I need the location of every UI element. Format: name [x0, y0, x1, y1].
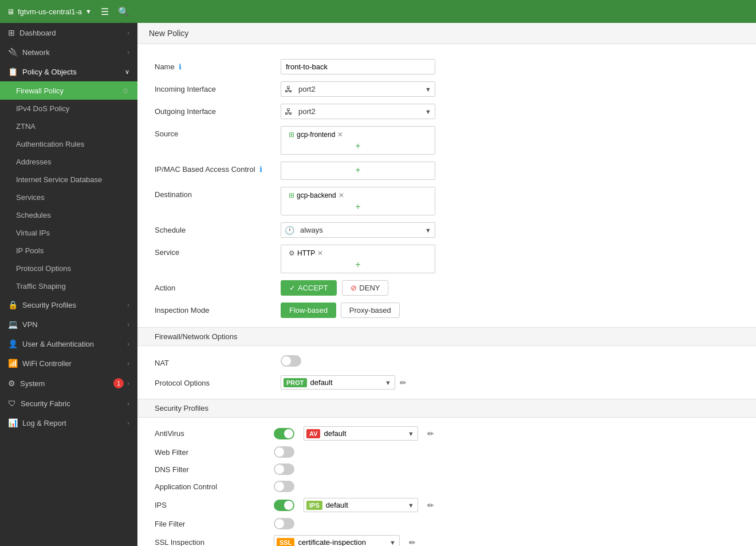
- sidebar-label-auth-rules: Authentication Rules: [16, 140, 84, 148]
- flow-based-label: Flow-based: [289, 306, 328, 315]
- sidebar-item-vpn[interactable]: 💻 VPN ›: [0, 315, 137, 334]
- chevron-right-icon: ›: [127, 380, 129, 387]
- remove-source-icon[interactable]: ✕: [337, 131, 343, 139]
- app-control-toggle[interactable]: [274, 481, 294, 492]
- schedule-select[interactable]: 🕐 always ▼: [281, 222, 435, 238]
- sidebar-sub-ztna[interactable]: ZTNA: [0, 117, 137, 135]
- service-container: ⚙ HTTP ✕ +: [281, 245, 435, 273]
- file-filter-toggle[interactable]: [274, 518, 294, 529]
- antivirus-row: AntiVirus AV default ▼ ✏: [155, 423, 739, 443]
- sidebar-label-wifi: WiFi Controller: [22, 359, 72, 368]
- destination-tag: ⊞ gcp-backend ✕: [285, 190, 348, 201]
- topbar: 🖥 fgtvm-us-central1-a ▼ ☰ 🔍: [0, 0, 756, 23]
- sidebar-sub-schedules[interactable]: Schedules: [0, 206, 137, 224]
- proxy-based-button[interactable]: Proxy-based: [341, 303, 400, 318]
- add-destination-button[interactable]: +: [285, 201, 431, 213]
- sidebar-label-user-auth: User & Authentication: [22, 340, 94, 348]
- antivirus-toggle[interactable]: [274, 428, 294, 439]
- service-icon: ⚙: [289, 249, 295, 257]
- sidebar-item-system[interactable]: ⚙ System 1 ›: [0, 373, 137, 394]
- service-label: Service: [155, 245, 281, 257]
- sidebar-sub-traffic-shaping[interactable]: Traffic Shaping: [0, 277, 137, 295]
- protocol-options-select[interactable]: PROT default ▼: [281, 375, 395, 390]
- info-icon[interactable]: ℹ: [179, 62, 182, 71]
- name-label: Name ℹ: [155, 59, 281, 71]
- destination-field: ⊞ gcp-backend ✕ +: [281, 187, 739, 215]
- antivirus-toggle-knob: [284, 429, 293, 438]
- inspection-mode-row: Inspection Mode Flow-based Proxy-based: [155, 299, 739, 321]
- sidebar-label-security-profiles: Security Profiles: [22, 301, 76, 309]
- incoming-interface-row: Incoming Interface 🖧 port2 ▼: [155, 78, 739, 100]
- action-label: Action: [155, 280, 281, 292]
- deny-label: DENY: [359, 284, 380, 292]
- flow-based-button[interactable]: Flow-based: [281, 303, 336, 318]
- ips-select[interactable]: IPS default ▼: [304, 498, 418, 512]
- interface-icon: 🖧: [281, 85, 296, 94]
- nat-row: NAT: [155, 352, 739, 372]
- accept-label: ACCEPT: [298, 284, 328, 292]
- search-icon[interactable]: 🔍: [118, 6, 129, 17]
- sidebar-sub-ip-pools[interactable]: IP Pools: [0, 242, 137, 260]
- accept-button[interactable]: ✓ ACCEPT: [281, 280, 337, 296]
- sidebar-sub-internet-svc[interactable]: Internet Service Database: [0, 171, 137, 188]
- star-icon[interactable]: ☆: [122, 86, 129, 95]
- incoming-interface-field: 🖧 port2 ▼: [281, 81, 739, 97]
- sidebar-sub-ipv4-dos[interactable]: IPv4 DoS Policy: [0, 100, 137, 117]
- schedule-label: Schedule: [155, 222, 281, 234]
- source-tag-value: gcp-frontend: [297, 131, 335, 139]
- outgoing-interface-value: port2: [296, 104, 422, 119]
- antivirus-select[interactable]: AV default ▼: [304, 426, 418, 441]
- incoming-interface-select[interactable]: 🖧 port2 ▼: [281, 81, 435, 97]
- sidebar-item-user-auth[interactable]: 👤 User & Authentication ›: [0, 334, 137, 353]
- service-tag-value: HTTP: [297, 249, 315, 257]
- sidebar-item-policy-objects[interactable]: 📋 Policy & Objects ∨: [0, 62, 137, 81]
- ips-edit-icon[interactable]: ✏: [427, 501, 434, 510]
- dropdown-arrow-icon: ▼: [404, 502, 418, 509]
- menu-icon[interactable]: ☰: [101, 6, 109, 17]
- sidebar-item-network[interactable]: 🔌 Network ›: [0, 42, 137, 62]
- add-service-button[interactable]: +: [285, 259, 431, 270]
- remove-service-icon[interactable]: ✕: [317, 249, 323, 257]
- sidebar-item-log-report[interactable]: 📊 Log & Report ›: [0, 413, 137, 433]
- outgoing-interface-select[interactable]: 🖧 port2 ▼: [281, 104, 435, 119]
- antivirus-edit-icon[interactable]: ✏: [427, 429, 434, 438]
- nat-toggle[interactable]: [281, 355, 301, 367]
- sidebar-item-security-profiles[interactable]: 🔒 Security Profiles ›: [0, 295, 137, 315]
- sidebar-sub-addresses[interactable]: Addresses: [0, 153, 137, 171]
- ssl-inspection-select[interactable]: SSL certificate-inspection ▼: [274, 535, 400, 546]
- ip-mac-row: IP/MAC Based Access Control ℹ +: [155, 158, 739, 183]
- inspection-mode-label: Inspection Mode: [155, 303, 281, 315]
- device-selector[interactable]: 🖥 fgtvm-us-central1-a ▼: [7, 7, 92, 16]
- sidebar-sub-virtual-ips[interactable]: Virtual IPs: [0, 224, 137, 242]
- deny-button[interactable]: ⊘ DENY: [342, 280, 388, 296]
- sidebar-sub-firewall-policy[interactable]: Firewall Policy ☆: [0, 81, 137, 100]
- sidebar-sub-services[interactable]: Services: [0, 188, 137, 206]
- action-field: ✓ ACCEPT ⊘ DENY: [281, 280, 739, 296]
- app-control-row: Application Control: [155, 478, 739, 495]
- sidebar-label-protocol-options: Protocol Options: [16, 264, 71, 273]
- policy-icon: 📋: [8, 67, 18, 76]
- ssl-inspection-edit-icon[interactable]: ✏: [409, 538, 416, 547]
- ips-toggle[interactable]: [274, 500, 294, 511]
- name-input[interactable]: [281, 59, 435, 74]
- schedule-icon: 🕐: [281, 226, 298, 235]
- dropdown-arrow-icon: ▼: [422, 227, 435, 234]
- add-source-button[interactable]: +: [285, 140, 431, 152]
- sidebar-sub-protocol-options[interactable]: Protocol Options: [0, 260, 137, 277]
- sidebar-sub-auth-rules[interactable]: Authentication Rules: [0, 135, 137, 153]
- protocol-options-edit-icon[interactable]: ✏: [400, 378, 407, 387]
- dns-filter-toggle[interactable]: [274, 463, 294, 475]
- web-filter-toggle[interactable]: [274, 446, 294, 458]
- schedule-value: always: [298, 223, 422, 237]
- web-filter-row: Web Filter: [155, 443, 739, 461]
- sidebar-item-security-fabric[interactable]: 🛡 Security Fabric ›: [0, 394, 137, 413]
- add-ip-mac-button[interactable]: +: [285, 164, 431, 176]
- sidebar-item-dashboard[interactable]: ⊞ Dashboard ›: [0, 23, 137, 42]
- outgoing-interface-field: 🖧 port2 ▼: [281, 104, 739, 119]
- info-icon[interactable]: ℹ: [259, 165, 262, 174]
- dns-filter-toggle-knob: [275, 465, 284, 474]
- sidebar-item-wifi[interactable]: 📶 WiFi Controller ›: [0, 353, 137, 373]
- dropdown-arrow-icon: ▼: [381, 379, 395, 386]
- file-filter-label: File Filter: [155, 520, 269, 528]
- remove-destination-icon[interactable]: ✕: [338, 191, 344, 199]
